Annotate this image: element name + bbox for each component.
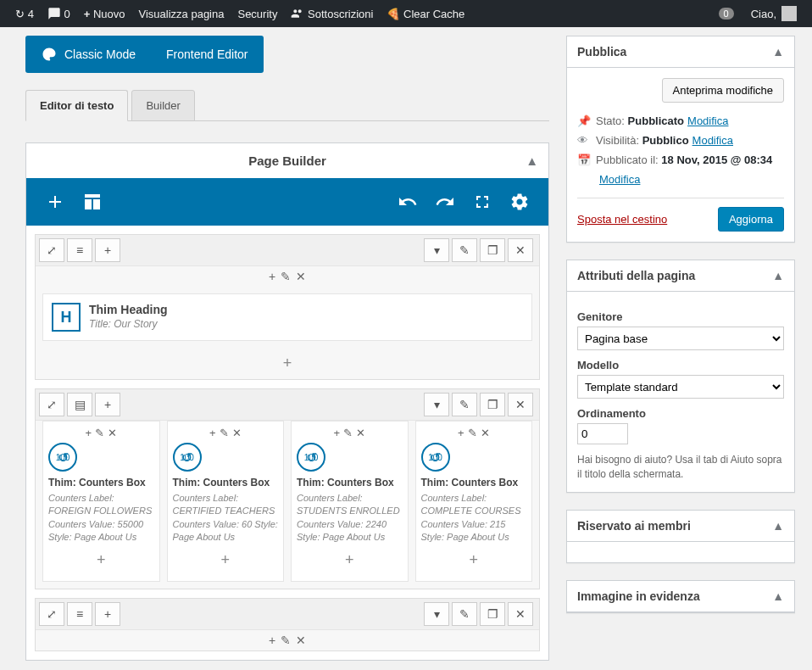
fullscreen-button[interactable]: [464, 183, 501, 221]
subscriptions-label: Sottoscrizioni: [308, 8, 373, 20]
visibility-value: Pubblico: [642, 134, 689, 147]
col-edit[interactable]: ✎: [220, 427, 229, 439]
eye-icon: 👁: [577, 134, 596, 147]
collapse-icon[interactable]: ▲: [526, 154, 538, 168]
update-button[interactable]: Aggiorna: [718, 207, 784, 232]
new-item[interactable]: + Nuovo: [77, 0, 132, 27]
inner-edit[interactable]: ✎: [281, 270, 291, 283]
page-builder-title: Page Builder: [248, 154, 326, 168]
edit-date-link[interactable]: Modifica: [599, 173, 640, 186]
account-item[interactable]: Ciao,: [744, 0, 804, 27]
col-add-element[interactable]: +: [297, 544, 403, 576]
collapse-icon[interactable]: ▲: [772, 45, 784, 59]
inner-edit[interactable]: ✎: [281, 634, 291, 647]
add-template-button[interactable]: [74, 183, 111, 221]
edit-button[interactable]: ✎: [452, 238, 477, 262]
clone-button[interactable]: ❐: [480, 393, 505, 416]
clear-cache-item[interactable]: 🍕 Clear Cache: [380, 0, 471, 27]
refresh-icon: ↻: [15, 8, 25, 20]
heading-icon: H: [52, 303, 81, 332]
col-edit[interactable]: ✎: [468, 427, 477, 439]
move-button[interactable]: ⤢: [39, 238, 64, 262]
tab-builder[interactable]: Builder: [131, 90, 194, 121]
element-title: Thim: Counters Box: [421, 477, 527, 489]
col-add[interactable]: +: [209, 427, 216, 439]
collapse-icon[interactable]: ▲: [772, 589, 784, 603]
template-select[interactable]: Template standard: [577, 375, 784, 399]
dropdown-button[interactable]: ▾: [424, 238, 449, 262]
collapse-icon[interactable]: ▲: [772, 269, 784, 282]
inner-add[interactable]: +: [269, 270, 275, 283]
col-add-element[interactable]: +: [173, 544, 279, 576]
edit-status-link[interactable]: Modifica: [687, 114, 728, 127]
col-add[interactable]: +: [85, 427, 92, 439]
pizza-icon: 🍕: [387, 8, 400, 20]
edit-button[interactable]: ✎: [452, 393, 477, 416]
frontend-editor-button[interactable]: Frontend Editor: [151, 36, 264, 73]
plus-icon: [45, 192, 65, 212]
element-desc: Counters Label: STUDENTS ENROLLED Counte…: [297, 492, 403, 544]
add-element-button[interactable]: [36, 183, 74, 221]
subscriptions-item[interactable]: Sottoscrizioni: [284, 0, 380, 27]
order-label: Ordinamento: [577, 407, 784, 420]
inner-controls: + ✎ ✕: [36, 630, 539, 650]
parent-label: Genitore: [577, 310, 784, 323]
settings-button[interactable]: [501, 183, 538, 221]
col-add[interactable]: +: [333, 427, 340, 439]
trash-link[interactable]: Sposta nel cestino: [577, 213, 667, 226]
col-delete[interactable]: ✕: [108, 427, 117, 439]
columns-button[interactable]: ▤: [67, 393, 92, 416]
clone-button[interactable]: ❐: [480, 602, 505, 626]
columns-button[interactable]: ≡: [67, 238, 92, 262]
tab-text-editor[interactable]: Editor di testo: [25, 90, 128, 121]
columns-button[interactable]: ≡: [67, 602, 92, 626]
col-add-element[interactable]: +: [421, 544, 527, 576]
comments-item[interactable]: 0: [41, 0, 77, 27]
edit-visibility-link[interactable]: Modifica: [692, 134, 733, 147]
delete-button[interactable]: ✕: [508, 602, 533, 626]
avatar: [781, 6, 797, 21]
redo-button[interactable]: [426, 183, 464, 221]
edit-button[interactable]: ✎: [452, 602, 477, 626]
notif-count: 0: [719, 8, 734, 20]
inner-delete[interactable]: ✕: [296, 634, 306, 647]
builder-row: ⤢ ▤ + ▾ ✎ ❐ ✕ +✎✕ 100 Thim: Counters Box…: [35, 388, 540, 589]
move-button[interactable]: ⤢: [39, 602, 64, 626]
col-delete[interactable]: ✕: [232, 427, 242, 439]
notifications-item[interactable]: 0: [712, 0, 744, 27]
pin-icon: 📌: [577, 114, 596, 127]
move-button[interactable]: ⤢: [39, 393, 64, 416]
undo-button[interactable]: [389, 183, 426, 221]
preview-button[interactable]: Anteprima modifiche: [662, 78, 785, 103]
col-edit[interactable]: ✎: [95, 427, 104, 439]
classic-mode-button[interactable]: Classic Mode: [25, 36, 151, 73]
col-delete[interactable]: ✕: [481, 427, 490, 439]
inner-add[interactable]: +: [269, 634, 275, 647]
add-button[interactable]: +: [95, 238, 120, 262]
updates-item[interactable]: ↻ 4: [8, 0, 41, 27]
add-button[interactable]: +: [95, 393, 120, 416]
add-element-button[interactable]: +: [36, 348, 539, 379]
col-add[interactable]: +: [458, 427, 464, 439]
element-heading[interactable]: H Thim Heading Title: Our Story: [42, 293, 532, 341]
collapse-icon[interactable]: ▲: [772, 519, 784, 533]
column: +✎✕ 100 Thim: Counters Box Counters Labe…: [167, 421, 285, 582]
delete-button[interactable]: ✕: [508, 238, 533, 262]
add-button[interactable]: +: [95, 602, 120, 626]
layout-icon: [82, 192, 103, 212]
col-edit[interactable]: ✎: [343, 427, 353, 439]
order-input[interactable]: [577, 423, 628, 444]
column: +✎✕ 100 Thim: Counters Box Counters Labe…: [42, 421, 160, 582]
delete-button[interactable]: ✕: [508, 393, 533, 416]
inner-delete[interactable]: ✕: [296, 270, 306, 283]
security-item[interactable]: Security: [231, 0, 284, 27]
clone-button[interactable]: ❐: [480, 238, 505, 262]
parent-select[interactable]: Pagina base: [577, 327, 784, 350]
comment-icon: [47, 7, 61, 20]
view-page-item[interactable]: Visualizza pagina: [132, 0, 231, 27]
dropdown-button[interactable]: ▾: [424, 393, 449, 416]
col-delete[interactable]: ✕: [356, 427, 365, 439]
col-add-element[interactable]: +: [48, 544, 154, 576]
dropdown-button[interactable]: ▾: [424, 602, 449, 626]
builder-row: ⤢ ≡ + ▾ ✎ ❐ ✕ + ✎ ✕ H Thim Heading Title…: [35, 234, 540, 380]
